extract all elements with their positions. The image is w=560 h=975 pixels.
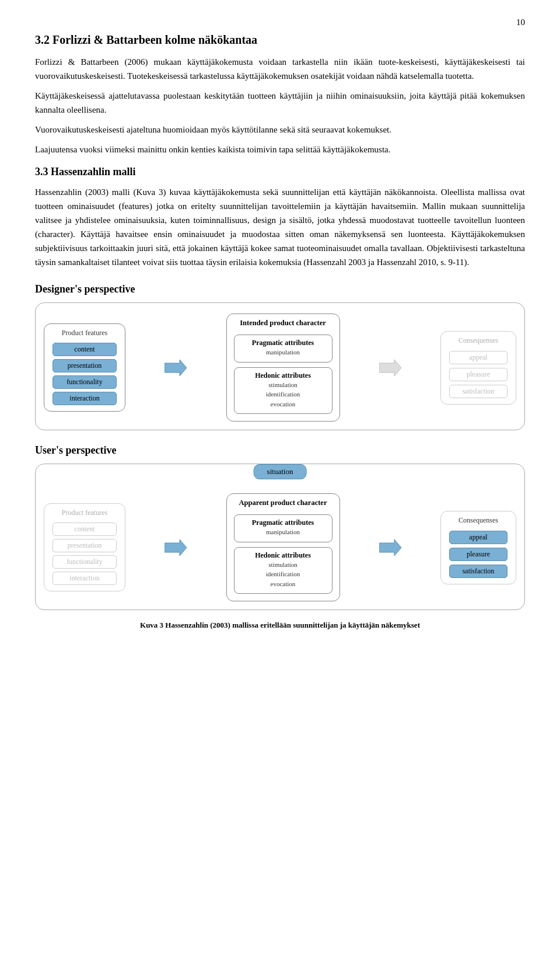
user-feat-interaction: interaction [52,572,117,585]
designer-right-appeal: appeal [449,351,508,364]
designer-right-box: Consequenses appeal pleasure satisfactio… [440,331,516,405]
user-perspective-title: User's perspective [35,444,525,457]
user-diagram-row: Product features content presentation fu… [44,493,516,601]
section-3-3-heading: 3.3 Hassenzahlin malli [35,166,525,178]
designer-right-pleasure: pleasure [449,368,508,381]
page-number: 10 [35,18,525,27]
user-right-pleasure: pleasure [449,548,508,561]
designer-right-satisfaction: satisfaction [449,385,508,398]
designer-product-features-box: Product features content presentation fu… [44,323,125,412]
user-pragmatic-box: Pragmatic attributes manipulation [234,514,332,542]
designer-feat-interaction: interaction [52,392,117,405]
para-3-2-3: Vuorovaikutuskeskeisesti ajateltuna huom… [35,123,525,137]
designer-consequenses-title: Consequenses [459,336,498,345]
user-hedonic-box: Hedonic attributes stimulation identific… [234,547,332,594]
user-hedonic-title: Hedonic attributes [240,551,326,560]
user-pragmatic-sub: manipulation [240,527,326,537]
designer-pragmatic-box: Pragmatic attributes manipulation [234,335,332,363]
user-feat-presentation: presentation [52,539,117,552]
svg-marker-1 [379,360,401,376]
svg-marker-0 [164,360,187,376]
situation-badge: situation [254,464,307,479]
user-hedonic-sub: stimulation identification evocation [240,560,326,589]
para-3-3-1: Hassenzahlin (2003) malli (Kuva 3) kuvaa… [35,185,525,269]
designer-perspective-title: Designer's perspective [35,283,525,295]
designer-hedonic-title: Hedonic attributes [240,371,326,380]
designer-diagram-row: Product features content presentation fu… [44,314,516,422]
user-arrow-2 [379,537,401,558]
designer-pragmatic-title: Pragmatic attributes [240,339,326,347]
designer-pragmatic-sub: manipulation [240,347,326,357]
designer-perspective-section: Designer's perspective Product features … [35,283,525,430]
user-product-features-box: Product features content presentation fu… [44,503,125,591]
svg-marker-2 [164,539,187,556]
designer-diagram-container: Product features content presentation fu… [35,302,525,430]
designer-mid-box: Intended product character Pragmatic att… [226,314,340,422]
user-product-features-title: Product features [62,509,107,517]
designer-arrow-2 [379,357,401,378]
user-consequenses-title: Consequenses [459,516,498,525]
designer-product-features-title: Product features [62,329,107,337]
designer-hedonic-box: Hedonic attributes stimulation identific… [234,367,332,415]
user-right-appeal: appeal [449,531,508,544]
para-3-2-4: Laajuutensa vuoksi viimeksi mainittu onk… [35,142,525,156]
designer-feat-content: content [52,343,117,356]
designer-feat-presentation: presentation [52,359,117,372]
user-diagram-container: situation Product features content prese… [35,464,525,610]
section-3-2-heading: 3.2 Forlizzi & Battarbeen kolme näkökant… [35,33,525,47]
designer-mid-title: Intended product character [240,319,326,328]
figure-caption: Kuva 3 Hassenzahlin (2003) mallissa erit… [35,621,525,630]
designer-hedonic-sub: stimulation identification evocation [240,380,326,409]
designer-arrow-1 [164,357,187,378]
designer-feat-functionality: functionality [52,375,117,389]
user-mid-title: Apparent product character [239,499,327,507]
user-pragmatic-title: Pragmatic attributes [240,518,326,527]
user-right-satisfaction: satisfaction [449,565,508,578]
user-feat-functionality: functionality [52,555,117,569]
user-right-box: Consequenses appeal pleasure satisfactio… [440,511,516,584]
user-feat-content: content [52,523,117,536]
para-3-2-2: Käyttäjäkeskeisessä ajattelutavassa puol… [35,89,525,117]
user-arrow-1 [164,537,187,558]
user-mid-box: Apparent product character Pragmatic att… [226,493,340,601]
user-perspective-section: User's perspective situation Product fea… [35,444,525,610]
para-3-2-1: Forlizzi & Battarbeen (2006) mukaan käyt… [35,55,525,83]
svg-marker-3 [379,539,401,556]
